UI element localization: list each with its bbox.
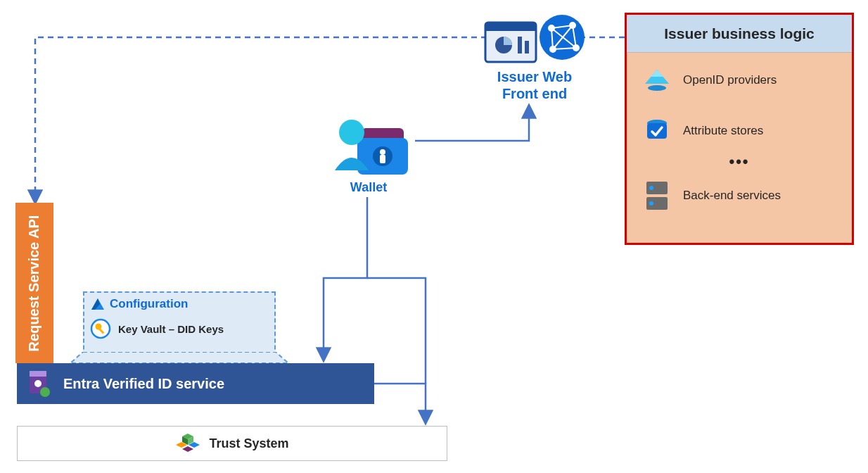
wallet-icons-group [328, 108, 412, 179]
ellipsis-icon: ••• [634, 153, 845, 171]
configuration-box: Configuration Key Vault – DID Keys [83, 291, 276, 356]
cubes-icon [175, 432, 200, 455]
svg-rect-23 [380, 155, 385, 163]
configuration-title-row: Configuration [90, 297, 266, 311]
request-service-api-box: Request Service API [15, 203, 53, 363]
svg-point-33 [34, 380, 42, 387]
issuer-business-logic-title: Issuer business logic [627, 15, 852, 53]
svg-point-34 [40, 387, 50, 397]
wallet-label: Wallet [333, 180, 404, 195]
issuer-business-logic-body: OpenID providers Attribute stores ••• [627, 53, 852, 223]
verified-id-icon [27, 370, 51, 398]
svg-marker-30 [70, 352, 288, 363]
trust-system-bar: Trust System [17, 426, 447, 461]
attribute-stores-row: Attribute stores [634, 118, 845, 144]
svg-rect-15 [485, 23, 536, 31]
request-service-api-label: Request Service API [27, 215, 43, 351]
diagram-canvas: Issuer business logic OpenID providers [0, 0, 868, 473]
svg-point-24 [339, 120, 364, 145]
configuration-title: Configuration [110, 297, 188, 311]
issuer-web-frontend-label: Issuer Web Front end [464, 68, 605, 102]
backend-services-row: Back-end services [634, 182, 845, 209]
trust-system-label: Trust System [209, 436, 288, 451]
svg-point-7 [649, 186, 653, 190]
backend-services-label: Back-end services [683, 189, 781, 203]
svg-rect-32 [30, 371, 46, 377]
azure-icon [90, 297, 106, 311]
server-icon [644, 182, 670, 209]
keyvault-icon [90, 318, 111, 339]
issuer-web-frontend-icons [481, 13, 587, 69]
svg-point-2 [648, 85, 666, 91]
keyvault-row: Key Vault – DID Keys [90, 318, 266, 339]
openid-providers-row: OpenID providers [634, 67, 845, 94]
entra-verified-id-label: Entra Verified ID service [63, 376, 224, 392]
attribute-stores-label: Attribute stores [683, 124, 763, 138]
svg-point-22 [380, 149, 385, 155]
openid-providers-label: OpenID providers [683, 73, 777, 87]
pyramid-icon [644, 67, 670, 94]
svg-rect-18 [525, 41, 529, 53]
svg-rect-4 [647, 123, 667, 139]
svg-point-8 [649, 201, 653, 206]
svg-marker-40 [182, 446, 193, 452]
keyvault-label: Key Vault – DID Keys [118, 323, 224, 335]
svg-marker-1 [651, 70, 663, 77]
issuer-business-logic-box: Issuer business logic OpenID providers [625, 13, 854, 245]
svg-rect-17 [518, 37, 522, 53]
checkmark-db-icon [644, 118, 670, 144]
entra-verified-id-bar: Entra Verified ID service [17, 363, 374, 404]
